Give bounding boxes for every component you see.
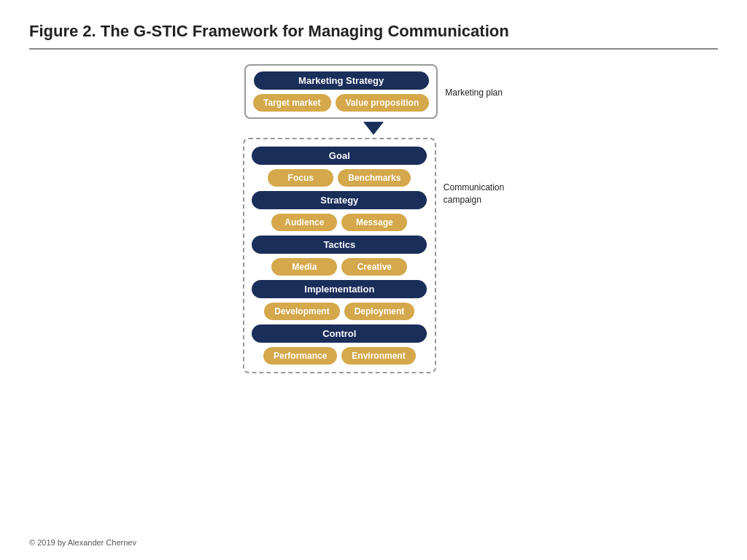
value-proposition-pill: Value proposition [336,94,430,112]
control-header: Control [252,324,427,343]
footer-text: © 2019 by Alexander Chernev [29,538,136,547]
environment-pill: Environment [341,347,415,365]
communication-dashed-box: Goal Focus Benchmarks Strategy Audience … [243,138,436,373]
marketing-strategy-pills: Target market Value proposition [253,94,429,112]
creative-pill: Creative [341,258,407,276]
message-pill: Message [341,214,407,231]
strategy-pills: Audience Message [271,214,407,231]
goal-header: Goal [252,147,427,165]
tactics-pills: Media Creative [271,258,407,276]
page-container: Figure 2. The G-STIC Framework for Manag… [0,0,747,560]
audience-pill: Audience [271,214,337,231]
comm-row: Goal Focus Benchmarks Strategy Audience … [243,138,504,373]
marketing-strategy-header: Marketing Strategy [254,71,429,90]
control-pills: Performance Environment [263,347,416,365]
tactics-header: Tactics [252,236,427,254]
target-market-pill: Target market [253,94,330,112]
arrow-down [363,122,384,135]
marketing-plan-label: Marketing plan [445,88,503,98]
title-divider [29,48,718,50]
benchmarks-pill: Benchmarks [338,169,411,187]
development-pill: Development [264,303,339,320]
marketing-strategy-row: Marketing Strategy Target market Value p… [244,64,503,119]
main-content: Marketing Strategy Target market Value p… [29,64,718,545]
page-title: Figure 2. The G-STIC Framework for Manag… [29,22,718,41]
implementation-pills: Development Deployment [264,303,414,320]
goal-pills: Focus Benchmarks [268,169,411,187]
media-pill: Media [271,258,337,276]
comm-campaign-label: Communication campaign [444,182,504,206]
deployment-pill: Deployment [344,303,415,320]
implementation-header: Implementation [252,280,427,298]
comm-label-line2: campaign [444,195,481,205]
comm-label-line1: Communication [444,182,504,192]
strategy-header: Strategy [252,191,427,209]
full-section: Marketing Strategy Target market Value p… [243,64,504,373]
marketing-strategy-box: Marketing Strategy Target market Value p… [244,64,438,119]
focus-pill: Focus [268,169,333,187]
performance-pill: Performance [263,347,337,365]
